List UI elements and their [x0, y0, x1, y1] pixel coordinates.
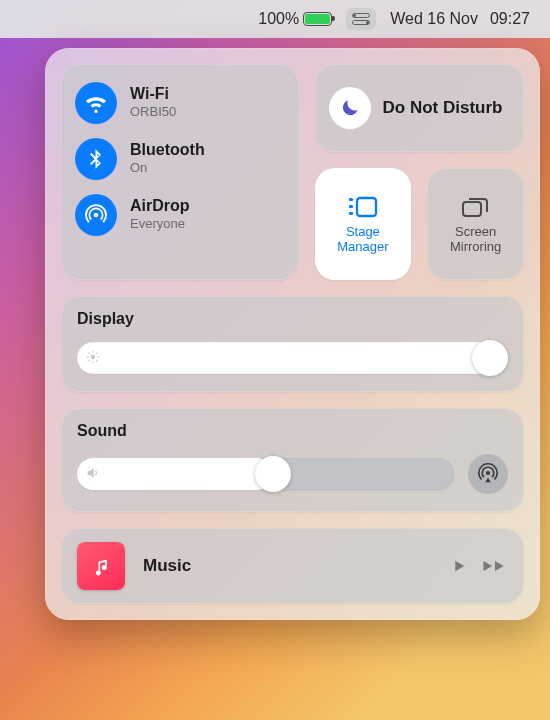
svg-rect-1: [357, 198, 376, 216]
menubar-time[interactable]: 09:27: [490, 10, 530, 28]
wifi-icon: [75, 82, 117, 124]
menu-bar: 100% Wed 16 Nov 09:27: [0, 0, 550, 38]
wifi-network-name: ORBI50: [130, 105, 176, 119]
wifi-toggle[interactable]: Wi-Fi ORBI50: [75, 75, 285, 131]
display-label: Display: [77, 310, 508, 328]
control-center-panel: Wi-Fi ORBI50 Bluetooth On AirDrop: [45, 48, 540, 620]
stage-manager-icon: [347, 194, 379, 220]
bluetooth-status: On: [130, 161, 205, 175]
svg-point-6: [91, 355, 95, 359]
bluetooth-toggle[interactable]: Bluetooth On: [75, 131, 285, 187]
battery-percent-label: 100%: [258, 10, 299, 28]
display-slider-thumb[interactable]: [472, 340, 508, 376]
airdrop-label: AirDrop: [130, 198, 190, 215]
svg-rect-3: [349, 205, 353, 208]
svg-rect-4: [349, 212, 353, 215]
menubar-date[interactable]: Wed 16 Nov: [390, 10, 478, 28]
connectivity-card: Wi-Fi ORBI50 Bluetooth On AirDrop: [61, 64, 299, 280]
svg-point-15: [486, 471, 490, 475]
bluetooth-label: Bluetooth: [130, 142, 205, 159]
airplay-audio-button[interactable]: [468, 454, 508, 494]
svg-line-13: [89, 360, 90, 361]
svg-rect-2: [349, 198, 353, 201]
bluetooth-icon: [75, 138, 117, 180]
music-app-icon: [77, 542, 125, 590]
stage-manager-label: Stage Manager: [319, 225, 408, 254]
now-playing-card[interactable]: Music: [61, 528, 524, 604]
battery-icon: [303, 12, 332, 26]
do-not-disturb-label: Do Not Disturb: [383, 99, 503, 117]
wifi-label: Wi-Fi: [130, 86, 176, 103]
moon-icon: [329, 87, 371, 129]
airdrop-icon: [75, 194, 117, 236]
brightness-icon: [85, 349, 103, 367]
display-brightness-slider[interactable]: [77, 342, 508, 374]
airdrop-visibility: Everyone: [130, 217, 190, 231]
sound-slider-thumb[interactable]: [255, 456, 291, 492]
screen-mirroring-label: Screen Mirroring: [431, 225, 520, 254]
do-not-disturb-toggle[interactable]: Do Not Disturb: [315, 64, 525, 152]
svg-line-14: [96, 353, 97, 354]
sound-volume-slider[interactable]: [77, 458, 454, 490]
svg-point-0: [94, 213, 99, 218]
play-icon[interactable]: [450, 557, 468, 575]
control-center-menubar-icon[interactable]: [346, 8, 376, 30]
display-card: Display: [61, 296, 524, 392]
stage-manager-toggle[interactable]: Stage Manager: [315, 168, 412, 280]
sound-card: Sound: [61, 408, 524, 512]
svg-line-12: [96, 360, 97, 361]
now-playing-title: Music: [143, 556, 191, 576]
svg-rect-5: [463, 202, 481, 216]
fast-forward-icon[interactable]: [482, 557, 508, 575]
airdrop-toggle[interactable]: AirDrop Everyone: [75, 187, 285, 243]
screen-mirroring-icon: [460, 194, 492, 220]
svg-line-11: [89, 353, 90, 354]
volume-icon: [85, 465, 103, 483]
sound-label: Sound: [77, 422, 508, 440]
battery-status[interactable]: 100%: [258, 10, 332, 28]
airplay-audio-icon: [477, 463, 499, 485]
screen-mirroring-button[interactable]: Screen Mirroring: [427, 168, 524, 280]
